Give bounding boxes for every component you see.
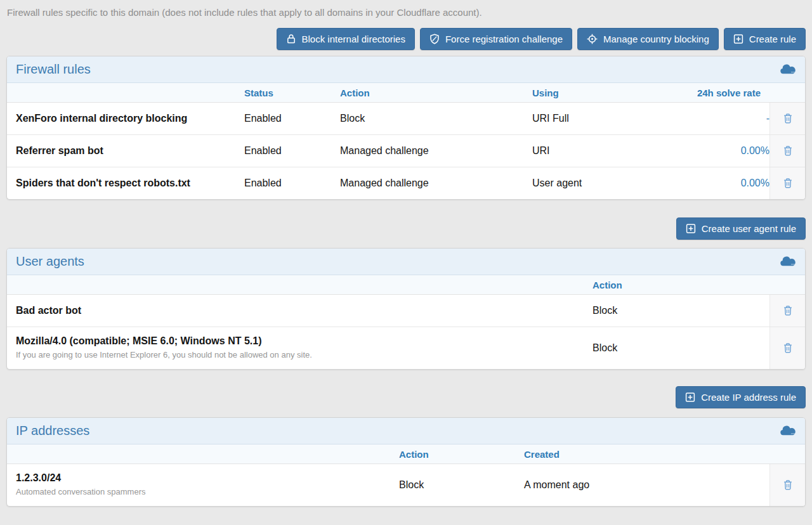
- plus-square-icon: [686, 223, 696, 234]
- col-action: Action: [399, 449, 524, 460]
- table-row: XenForo internal directory blocking Enab…: [7, 103, 805, 134]
- delete-button[interactable]: [781, 477, 795, 493]
- user-agent-action: Block: [593, 295, 769, 327]
- create-rule-button[interactable]: Create rule: [724, 28, 806, 50]
- user-agents-table-header: Action: [7, 275, 805, 295]
- cloudflare-icon: [780, 256, 796, 267]
- page-description: Firewall rules specific to this domain (…: [6, 6, 806, 18]
- delete-button[interactable]: [781, 303, 795, 318]
- user-agent-name: Mozilla/4.0 (compatible; MSIE 6.0; Windo…: [16, 335, 593, 347]
- delete-cell: [769, 135, 805, 167]
- col-action: Action: [593, 280, 769, 290]
- panel-title: Firewall rules: [16, 62, 91, 77]
- ip-address: 1.2.3.0/24: [16, 472, 399, 484]
- panel-title: User agents: [16, 254, 84, 269]
- delete-cell: [769, 103, 805, 134]
- delete-cell: [769, 167, 805, 199]
- ip-created: A moment ago: [524, 469, 769, 501]
- rule-status: Enabled: [244, 167, 340, 199]
- col-using: Using: [532, 88, 673, 98]
- solve-rate-link[interactable]: 0.00%: [741, 145, 769, 156]
- lock-icon: [286, 34, 296, 44]
- table-row: 1.2.3.0/24 Automated conversation spamme…: [7, 464, 805, 506]
- delete-cell: [769, 464, 805, 506]
- delete-button[interactable]: [781, 340, 795, 356]
- delete-button[interactable]: [781, 176, 795, 191]
- col-created: Created: [524, 449, 769, 460]
- shield-icon: [429, 34, 440, 44]
- table-row: Mozilla/4.0 (compatible; MSIE 6.0; Windo…: [7, 327, 805, 369]
- firewall-rules-panel: Firewall rules Status Action Using 24h s…: [6, 56, 806, 200]
- delete-cell: [769, 327, 805, 369]
- cloudflare-icon: [780, 64, 796, 75]
- create-user-agent-rule-button[interactable]: Create user agent rule: [676, 217, 806, 240]
- force-registration-challenge-button[interactable]: Force registration challenge: [420, 28, 572, 50]
- table-row: Spiders that don't respect robots.txt En…: [7, 167, 805, 199]
- table-row: Referrer spam bot Enabled Managed challe…: [7, 134, 805, 167]
- rule-name: XenForo internal directory blocking: [16, 103, 244, 134]
- rule-name: Spiders that don't respect robots.txt: [16, 167, 244, 199]
- rule-using: URI: [532, 135, 673, 167]
- col-action: Action: [340, 88, 532, 98]
- ip-table-header: Action Created: [7, 444, 805, 464]
- ip-address-action-bar: Create IP address rule: [6, 386, 806, 408]
- ip-addresses-header: IP addresses: [7, 418, 805, 444]
- plus-square-icon: [733, 34, 743, 44]
- rule-using: User agent: [532, 167, 673, 199]
- ip-description: Automated conversation spammers: [16, 487, 399, 496]
- table-row: Bad actor bot Block: [7, 295, 805, 327]
- firewall-rules-header: Firewall rules: [7, 56, 805, 83]
- rule-status: Enabled: [244, 135, 340, 167]
- crosshair-icon: [587, 34, 598, 44]
- block-internal-directories-button[interactable]: Block internal directories: [277, 28, 415, 50]
- solve-rate-value: -: [673, 103, 769, 134]
- manage-country-blocking-button[interactable]: Manage country blocking: [577, 28, 719, 50]
- toolbar: Block internal directories Force registr…: [6, 28, 806, 50]
- rule-name: Referrer spam bot: [16, 135, 244, 167]
- solve-rate-link[interactable]: 0.00%: [741, 178, 769, 188]
- delete-button[interactable]: [781, 143, 795, 159]
- user-agent-action: Block: [593, 332, 769, 364]
- user-agents-header: User agents: [7, 249, 805, 275]
- delete-cell: [769, 295, 805, 327]
- ip-addresses-panel: IP addresses Action Created 1.2.3.0/24 A…: [6, 417, 806, 507]
- col-status: Status: [244, 88, 340, 98]
- rule-action: Managed challenge: [340, 135, 532, 167]
- user-agent-description: If you are going to use Internet Explore…: [16, 350, 593, 360]
- rule-action: Block: [340, 103, 532, 134]
- cloudflare-icon: [780, 425, 796, 436]
- panel-title: IP addresses: [16, 424, 89, 438]
- create-ip-address-rule-button[interactable]: Create IP address rule: [676, 386, 806, 408]
- rule-status: Enabled: [244, 103, 340, 134]
- firewall-table-header: Status Action Using 24h solve rate: [7, 83, 805, 103]
- ip-action: Block: [399, 469, 524, 501]
- delete-button[interactable]: [781, 111, 795, 126]
- plus-square-icon: [685, 392, 695, 403]
- rule-using: URI Full: [532, 103, 673, 134]
- user-agents-panel: User agents Action Bad actor bot Block: [6, 248, 806, 370]
- user-agent-action-bar: Create user agent rule: [6, 217, 806, 240]
- user-agent-name: Bad actor bot: [16, 295, 593, 327]
- rule-action: Managed challenge: [340, 167, 532, 199]
- col-solve-rate: 24h solve rate: [673, 88, 769, 98]
